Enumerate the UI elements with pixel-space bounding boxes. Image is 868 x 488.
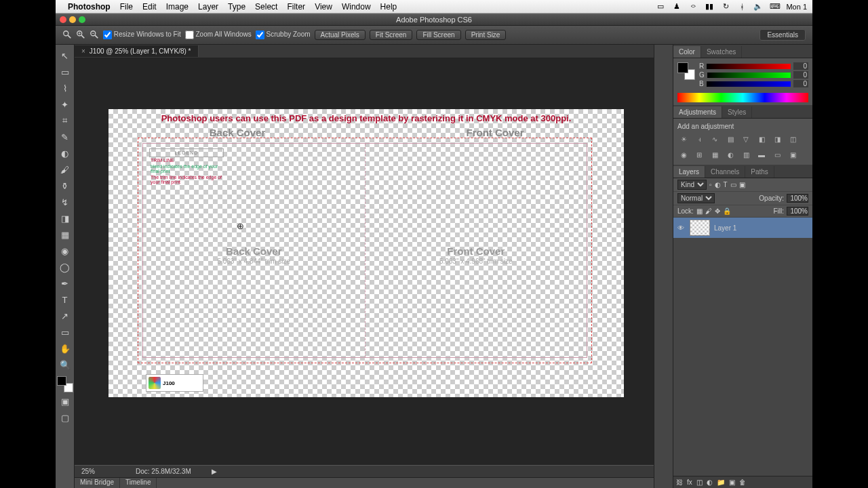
scrubby-zoom-checkbox[interactable]: Scrubby Zoom xyxy=(256,30,311,39)
vibrance-adj-icon[interactable]: ▽ xyxy=(740,133,752,145)
lock-pos-icon[interactable]: ✥ xyxy=(715,207,720,215)
fill-screen-button[interactable]: Fill Screen xyxy=(416,30,460,40)
clone-stamp-tool-icon[interactable]: ⚱ xyxy=(58,178,73,193)
menu-image[interactable]: Image xyxy=(166,2,189,12)
fill-layer-icon[interactable]: ◐ xyxy=(707,479,713,486)
chmix-adj-icon[interactable]: ⊞ xyxy=(693,148,705,161)
zoom-out-icon[interactable] xyxy=(90,30,99,41)
quick-mask-icon[interactable]: ▣ xyxy=(58,394,73,409)
timeline-tab[interactable]: Timeline xyxy=(120,478,157,488)
shape-tool-icon[interactable]: ▭ xyxy=(58,325,73,340)
close-icon[interactable]: × xyxy=(81,47,85,55)
clock[interactable]: Mon 1 xyxy=(786,3,807,11)
g-slider[interactable] xyxy=(707,73,791,78)
move-tool-icon[interactable]: ↖ xyxy=(58,48,73,63)
menu-layer[interactable]: Layer xyxy=(198,2,218,12)
filter-smart-icon[interactable]: ▣ xyxy=(739,181,745,188)
color-spectrum[interactable] xyxy=(677,93,808,102)
mask-icon[interactable]: ◫ xyxy=(696,479,703,486)
collapsed-panel-dock[interactable] xyxy=(654,45,673,488)
eraser-tool-icon[interactable]: ◨ xyxy=(58,211,73,226)
menu-filter[interactable]: Filter xyxy=(287,2,305,12)
bluetooth-icon[interactable]: ᚼ xyxy=(737,3,747,11)
bw-adj-icon[interactable]: ◫ xyxy=(787,133,799,145)
zoom-in-icon[interactable] xyxy=(76,30,85,41)
color-swatch[interactable] xyxy=(677,62,695,80)
filter-type-icon[interactable]: T xyxy=(724,181,728,188)
time-machine-icon[interactable]: ↻ xyxy=(721,2,730,11)
hue-adj-icon[interactable]: ◧ xyxy=(755,133,768,145)
zoom-tool-icon[interactable]: 🔍 xyxy=(58,357,73,372)
magic-wand-tool-icon[interactable]: ✦ xyxy=(58,97,73,112)
healing-brush-tool-icon[interactable]: ◐ xyxy=(58,146,73,161)
window-zoom-button[interactable] xyxy=(79,16,85,23)
lookup-adj-icon[interactable]: ▦ xyxy=(709,148,721,161)
window-minimize-button[interactable] xyxy=(69,16,76,23)
b-slider[interactable] xyxy=(707,81,791,87)
filter-pixel-icon[interactable]: ▫ xyxy=(709,181,712,188)
link-layers-icon[interactable]: ⛓ xyxy=(676,479,683,486)
document-tab[interactable]: ×J100 @ 25% (Layer 1, CMYK/8) * xyxy=(75,45,199,57)
screen-mode-icon[interactable]: ▢ xyxy=(58,410,73,425)
wifi-icon[interactable]: ⌔ xyxy=(688,3,698,11)
r-slider[interactable] xyxy=(707,64,791,69)
print-size-button[interactable]: Print Size xyxy=(465,30,507,40)
delete-layer-icon[interactable]: 🗑 xyxy=(739,479,746,486)
figure-icon[interactable]: ♟ xyxy=(672,2,682,11)
canvas-viewport[interactable]: Photoshop users can use this PDF as a de… xyxy=(75,58,654,465)
history-brush-tool-icon[interactable]: ↯ xyxy=(58,195,73,209)
fx-icon[interactable]: fx xyxy=(687,479,692,486)
color-tab[interactable]: Color xyxy=(673,46,701,58)
colbal-adj-icon[interactable]: ◨ xyxy=(771,133,783,145)
poster-adj-icon[interactable]: ▥ xyxy=(740,148,752,161)
channels-tab[interactable]: Channels xyxy=(705,166,745,178)
app-name[interactable]: Photoshop xyxy=(68,2,111,12)
menu-help[interactable]: Help xyxy=(380,2,397,12)
lock-trans-icon[interactable]: ▦ xyxy=(696,207,703,215)
filter-adj-icon[interactable]: ◐ xyxy=(715,181,721,188)
menu-edit[interactable]: Edit xyxy=(142,2,157,12)
filter-shape-icon[interactable]: ▭ xyxy=(730,181,736,188)
workspace-switcher[interactable]: Essentials xyxy=(760,29,806,41)
styles-tab[interactable]: Styles xyxy=(722,106,752,118)
canvas[interactable]: Photoshop users can use this PDF as a de… xyxy=(108,109,624,397)
eyedropper-tool-icon[interactable]: ✎ xyxy=(58,129,73,144)
adjustments-tab[interactable]: Adjustments xyxy=(673,106,722,118)
layer-name[interactable]: Layer 1 xyxy=(714,224,736,232)
marquee-tool-icon[interactable]: ▭ xyxy=(58,64,73,79)
menu-view[interactable]: View xyxy=(315,2,332,12)
layers-tab[interactable]: Layers xyxy=(673,166,705,178)
gradmap-adj-icon[interactable]: ▭ xyxy=(771,148,783,161)
foreground-background-swatches[interactable] xyxy=(57,376,73,392)
volume-icon[interactable]: 🔈 xyxy=(753,2,763,11)
curves-adj-icon[interactable]: ∿ xyxy=(709,133,721,145)
actual-pixels-button[interactable]: Actual Pixels xyxy=(315,30,366,40)
status-arrow-icon[interactable]: ▶ xyxy=(212,468,217,475)
lasso-tool-icon[interactable]: ⌇ xyxy=(58,81,73,96)
battery-icon[interactable]: ▮▮ xyxy=(705,2,714,11)
keyboard-icon[interactable]: ⌨ xyxy=(770,2,779,11)
blur-tool-icon[interactable]: ◉ xyxy=(58,243,73,258)
visibility-icon[interactable]: 👁 xyxy=(677,224,686,232)
pen-tool-icon[interactable]: ✒ xyxy=(58,276,73,291)
opacity-input[interactable] xyxy=(787,194,808,203)
layer-row[interactable]: 👁 Layer 1 xyxy=(673,218,812,238)
levels-adj-icon[interactable]: ⫞ xyxy=(693,133,705,145)
zoom-level[interactable]: 25% xyxy=(81,468,95,475)
brightness-adj-icon[interactable]: ☀ xyxy=(677,133,690,145)
menu-select[interactable]: Select xyxy=(255,2,277,12)
dodge-tool-icon[interactable]: ◯ xyxy=(58,260,73,274)
zoom-tool-icon[interactable] xyxy=(62,30,72,41)
fill-input[interactable] xyxy=(787,207,808,216)
swatches-tab[interactable]: Swatches xyxy=(701,46,742,58)
screen-icon[interactable]: ▭ xyxy=(656,2,665,11)
doc-size[interactable]: Doc: 25.8M/32.3M xyxy=(136,468,191,475)
selcolor-adj-icon[interactable]: ▣ xyxy=(787,148,799,161)
exposure-adj-icon[interactable]: ▤ xyxy=(724,133,736,145)
paths-tab[interactable]: Paths xyxy=(745,166,774,178)
fit-screen-button[interactable]: Fit Screen xyxy=(370,30,413,40)
invert-adj-icon[interactable]: ◐ xyxy=(724,148,736,161)
resize-windows-checkbox[interactable]: Resize Windows to Fit xyxy=(103,30,181,39)
new-layer-icon[interactable]: ▣ xyxy=(729,479,735,486)
b-value[interactable]: 0 xyxy=(793,80,808,87)
